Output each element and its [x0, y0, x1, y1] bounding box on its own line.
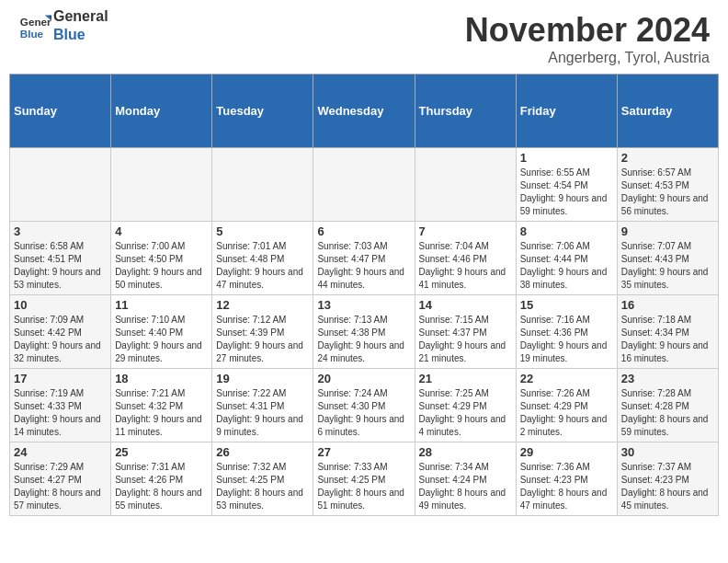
day-number: 8	[520, 224, 613, 238]
table-row	[212, 148, 313, 222]
logo-line1: General	[53, 7, 108, 25]
location-subtitle: Angerberg, Tyrol, Austria	[465, 50, 710, 66]
day-number: 25	[115, 445, 208, 459]
table-row: 8Sunrise: 7:06 AM Sunset: 4:44 PM Daylig…	[516, 222, 617, 295]
table-row: 10Sunrise: 7:09 AM Sunset: 4:42 PM Dayli…	[10, 295, 111, 369]
table-row	[10, 148, 111, 222]
day-number: 10	[14, 298, 107, 312]
table-row: 9Sunrise: 7:07 AM Sunset: 4:43 PM Daylig…	[617, 222, 718, 295]
day-number: 16	[621, 298, 714, 312]
col-saturday: Saturday	[617, 75, 718, 148]
day-info: Sunrise: 7:33 AM Sunset: 4:25 PM Dayligh…	[317, 461, 410, 512]
title-block: November 2024 Angerberg, Tyrol, Austria	[465, 11, 710, 66]
table-row: 2Sunrise: 6:57 AM Sunset: 4:53 PM Daylig…	[617, 148, 718, 222]
table-row: 25Sunrise: 7:31 AM Sunset: 4:26 PM Dayli…	[111, 442, 212, 516]
day-number: 4	[115, 224, 208, 238]
day-number: 24	[14, 445, 107, 459]
table-row: 22Sunrise: 7:26 AM Sunset: 4:29 PM Dayli…	[516, 369, 617, 442]
day-info: Sunrise: 7:28 AM Sunset: 4:28 PM Dayligh…	[621, 387, 714, 439]
day-number: 14	[419, 298, 512, 312]
day-number: 9	[621, 224, 714, 238]
table-row: 30Sunrise: 7:37 AM Sunset: 4:23 PM Dayli…	[617, 442, 718, 516]
logo-icon: General Blue	[18, 11, 51, 44]
day-info: Sunrise: 7:32 AM Sunset: 4:25 PM Dayligh…	[216, 461, 309, 512]
table-row: 7Sunrise: 7:04 AM Sunset: 4:46 PM Daylig…	[415, 222, 516, 295]
table-row: 12Sunrise: 7:12 AM Sunset: 4:39 PM Dayli…	[212, 295, 313, 369]
day-info: Sunrise: 7:25 AM Sunset: 4:29 PM Dayligh…	[419, 387, 512, 439]
day-info: Sunrise: 7:37 AM Sunset: 4:23 PM Dayligh…	[621, 461, 714, 512]
day-number: 12	[216, 298, 309, 312]
day-number: 30	[621, 445, 714, 459]
table-row	[111, 148, 212, 222]
day-number: 21	[419, 372, 512, 385]
table-row: 29Sunrise: 7:36 AM Sunset: 4:23 PM Dayli…	[516, 442, 617, 516]
month-title: November 2024	[465, 11, 710, 50]
table-row: 11Sunrise: 7:10 AM Sunset: 4:40 PM Dayli…	[111, 295, 212, 369]
col-thursday: Thursday	[415, 75, 516, 148]
svg-text:Blue: Blue	[20, 28, 44, 40]
day-info: Sunrise: 7:22 AM Sunset: 4:31 PM Dayligh…	[216, 387, 309, 439]
calendar-week-row: 1Sunrise: 6:55 AM Sunset: 4:54 PM Daylig…	[10, 148, 719, 222]
calendar-table: Sunday Monday Tuesday Wednesday Thursday…	[9, 74, 719, 516]
table-row: 23Sunrise: 7:28 AM Sunset: 4:28 PM Dayli…	[617, 369, 718, 442]
calendar-week-row: 17Sunrise: 7:19 AM Sunset: 4:33 PM Dayli…	[10, 369, 719, 442]
day-number: 22	[520, 372, 613, 385]
table-row: 21Sunrise: 7:25 AM Sunset: 4:29 PM Dayli…	[415, 369, 516, 442]
day-number: 5	[216, 224, 309, 238]
day-info: Sunrise: 7:24 AM Sunset: 4:30 PM Dayligh…	[317, 387, 410, 439]
table-row: 28Sunrise: 7:34 AM Sunset: 4:24 PM Dayli…	[415, 442, 516, 516]
day-number: 18	[115, 372, 208, 385]
col-wednesday: Wednesday	[313, 75, 415, 148]
table-row: 17Sunrise: 7:19 AM Sunset: 4:33 PM Dayli…	[10, 369, 111, 442]
table-row: 13Sunrise: 7:13 AM Sunset: 4:38 PM Dayli…	[313, 295, 415, 369]
day-number: 20	[317, 372, 410, 385]
day-info: Sunrise: 7:15 AM Sunset: 4:37 PM Dayligh…	[419, 314, 512, 365]
day-info: Sunrise: 7:19 AM Sunset: 4:33 PM Dayligh…	[14, 387, 107, 439]
day-number: 2	[621, 151, 714, 165]
table-row: 4Sunrise: 7:00 AM Sunset: 4:50 PM Daylig…	[111, 222, 212, 295]
col-sunday: Sunday	[10, 75, 111, 148]
table-row: 24Sunrise: 7:29 AM Sunset: 4:27 PM Dayli…	[10, 442, 111, 516]
svg-text:General: General	[20, 16, 51, 28]
table-row: 14Sunrise: 7:15 AM Sunset: 4:37 PM Dayli…	[415, 295, 516, 369]
col-monday: Monday	[111, 75, 212, 148]
day-info: Sunrise: 7:07 AM Sunset: 4:43 PM Dayligh…	[621, 240, 714, 292]
day-number: 7	[419, 224, 512, 238]
table-row: 5Sunrise: 7:01 AM Sunset: 4:48 PM Daylig…	[212, 222, 313, 295]
day-info: Sunrise: 6:58 AM Sunset: 4:51 PM Dayligh…	[14, 240, 107, 292]
table-row: 1Sunrise: 6:55 AM Sunset: 4:54 PM Daylig…	[516, 148, 617, 222]
calendar-week-row: 3Sunrise: 6:58 AM Sunset: 4:51 PM Daylig…	[10, 222, 719, 295]
day-number: 19	[216, 372, 309, 385]
calendar-body: 1Sunrise: 6:55 AM Sunset: 4:54 PM Daylig…	[10, 148, 719, 516]
table-row: 15Sunrise: 7:16 AM Sunset: 4:36 PM Dayli…	[516, 295, 617, 369]
day-info: Sunrise: 7:36 AM Sunset: 4:23 PM Dayligh…	[520, 461, 613, 512]
day-info: Sunrise: 7:13 AM Sunset: 4:38 PM Dayligh…	[317, 314, 410, 365]
day-info: Sunrise: 7:01 AM Sunset: 4:48 PM Dayligh…	[216, 240, 309, 292]
day-info: Sunrise: 7:29 AM Sunset: 4:27 PM Dayligh…	[14, 461, 107, 512]
day-info: Sunrise: 7:16 AM Sunset: 4:36 PM Dayligh…	[520, 314, 613, 365]
day-number: 23	[621, 372, 714, 385]
day-info: Sunrise: 7:10 AM Sunset: 4:40 PM Dayligh…	[115, 314, 208, 365]
day-info: Sunrise: 7:09 AM Sunset: 4:42 PM Dayligh…	[14, 314, 107, 365]
day-info: Sunrise: 7:04 AM Sunset: 4:46 PM Dayligh…	[419, 240, 512, 292]
day-info: Sunrise: 7:06 AM Sunset: 4:44 PM Dayligh…	[520, 240, 613, 292]
day-info: Sunrise: 7:18 AM Sunset: 4:34 PM Dayligh…	[621, 314, 714, 365]
day-number: 13	[317, 298, 410, 312]
day-number: 28	[419, 445, 512, 459]
calendar-week-row: 24Sunrise: 7:29 AM Sunset: 4:27 PM Dayli…	[10, 442, 719, 516]
table-row: 18Sunrise: 7:21 AM Sunset: 4:32 PM Dayli…	[111, 369, 212, 442]
page-header: General Blue General Blue November 2024 …	[0, 0, 728, 74]
day-number: 26	[216, 445, 309, 459]
day-info: Sunrise: 7:03 AM Sunset: 4:47 PM Dayligh…	[317, 240, 410, 292]
day-info: Sunrise: 6:57 AM Sunset: 4:53 PM Dayligh…	[621, 167, 714, 218]
table-row: 16Sunrise: 7:18 AM Sunset: 4:34 PM Dayli…	[617, 295, 718, 369]
day-number: 6	[317, 224, 410, 238]
day-info: Sunrise: 7:12 AM Sunset: 4:39 PM Dayligh…	[216, 314, 309, 365]
table-row: 19Sunrise: 7:22 AM Sunset: 4:31 PM Dayli…	[212, 369, 313, 442]
table-row: 6Sunrise: 7:03 AM Sunset: 4:47 PM Daylig…	[313, 222, 415, 295]
logo-line2: Blue	[53, 26, 108, 43]
day-number: 1	[520, 151, 613, 165]
day-number: 17	[14, 372, 107, 385]
day-info: Sunrise: 7:34 AM Sunset: 4:24 PM Dayligh…	[419, 461, 512, 512]
calendar-week-row: 10Sunrise: 7:09 AM Sunset: 4:42 PM Dayli…	[10, 295, 719, 369]
